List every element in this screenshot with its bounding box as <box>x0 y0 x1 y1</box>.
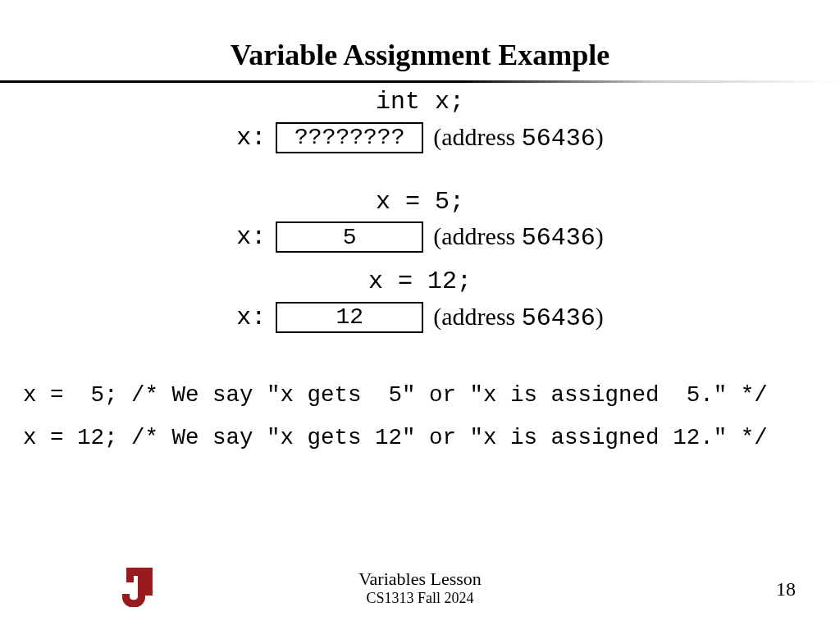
var-label: x: <box>236 124 266 152</box>
memory-row: x: 12 (address 56436) <box>0 302 840 333</box>
memory-row: x: 5 (address 56436) <box>0 221 840 253</box>
address-value: 56436 <box>522 224 596 252</box>
address-label: address <box>441 303 515 330</box>
address-group: (address 56436) <box>433 222 604 252</box>
slide: Variable Assignment Example int x; x: ??… <box>0 0 840 630</box>
slide-footer: Variables Lesson CS1313 Fall 2024 18 <box>0 558 840 607</box>
slide-content: int x; x: ???????? (address 56436) x = 5… <box>0 89 840 459</box>
var-label: x: <box>236 304 266 331</box>
var-label: x: <box>236 223 266 251</box>
address-group: (address 56436) <box>433 303 604 332</box>
address-value: 56436 <box>522 304 596 332</box>
code-line: x = 5; <box>0 189 840 216</box>
address-value: 56436 <box>522 125 596 153</box>
comment-line-1: x = 5; /* We say "x gets 5" or "x is ass… <box>23 382 768 408</box>
address-label: address <box>441 123 515 150</box>
example-block-1: int x; x: ???????? (address 56436) <box>0 89 840 153</box>
memory-row: x: ???????? (address 56436) <box>0 122 840 153</box>
code-line: x = 12; <box>0 269 840 295</box>
footer-lesson: Variables Lesson <box>0 568 840 590</box>
memory-box: 12 <box>276 302 423 333</box>
comment-line-2: x = 12; /* We say "x gets 12" or "x is a… <box>23 425 768 450</box>
memory-box: ???????? <box>276 122 423 153</box>
footer-course: CS1313 Fall 2024 <box>0 590 840 607</box>
footer-center: Variables Lesson CS1313 Fall 2024 <box>0 568 840 607</box>
memory-box: 5 <box>276 221 423 253</box>
slide-title: Variable Assignment Example <box>0 0 840 80</box>
page-number: 18 <box>776 578 796 600</box>
address-group: (address 56436) <box>433 123 604 153</box>
code-line: int x; <box>0 89 840 116</box>
example-block-3: x = 12; x: 12 (address 56436) <box>0 269 840 333</box>
title-rule <box>0 80 840 83</box>
comment-block: x = 5; /* We say "x gets 5" or "x is ass… <box>0 374 840 460</box>
example-block-2: x = 5; x: 5 (address 56436) <box>0 189 840 253</box>
address-label: address <box>441 222 515 249</box>
